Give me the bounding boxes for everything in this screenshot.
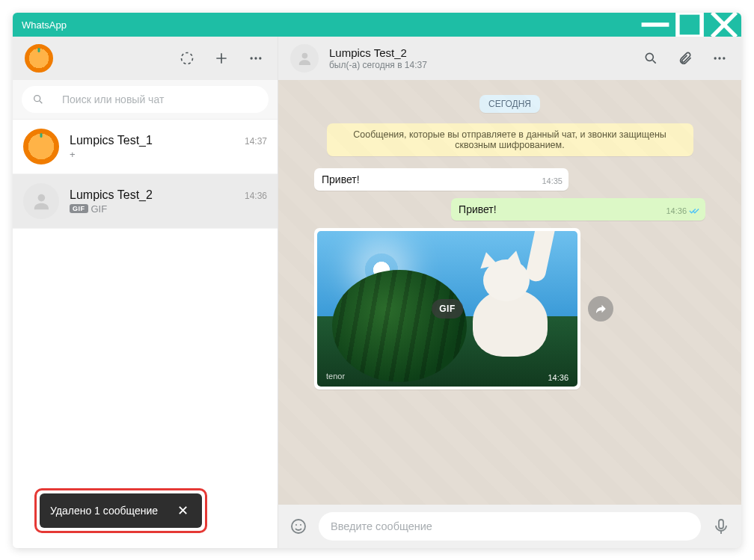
svg-point-9 <box>259 57 261 59</box>
emoji-icon[interactable] <box>289 517 308 536</box>
chat-item[interactable]: Lumpics Test_2 14:36 GIF GIF <box>13 174 278 229</box>
svg-point-13 <box>301 52 307 58</box>
contact-avatar[interactable] <box>290 44 319 73</box>
sidebar-header <box>13 37 278 80</box>
gif-watermelon <box>332 270 467 382</box>
chat-time: 14:37 <box>245 136 267 147</box>
svg-point-10 <box>34 96 40 102</box>
mic-icon[interactable] <box>711 517 731 536</box>
gif-chip: GIF <box>432 299 463 319</box>
self-avatar[interactable] <box>25 44 53 73</box>
titlebar: WhatsApp <box>13 13 741 37</box>
sidebar: Lumpics Test_1 14:37 + Lumpics Test_2 14… <box>13 37 278 548</box>
message-input-wrap[interactable] <box>319 512 701 541</box>
new-chat-icon[interactable] <box>212 49 231 68</box>
chat-name: Lumpics Test_2 <box>70 188 153 202</box>
svg-point-7 <box>251 57 253 59</box>
contact-title-block[interactable]: Lumpics Test_2 был(-а) сегодня в 14:37 <box>329 46 427 70</box>
search-in-chat-icon[interactable] <box>641 49 660 68</box>
minimize-button[interactable] <box>638 13 672 37</box>
message-out[interactable]: Привет! 14:36 <box>451 198 705 221</box>
app-body: Lumpics Test_1 14:37 + Lumpics Test_2 14… <box>13 37 741 548</box>
contact-name: Lumpics Test_2 <box>329 46 427 59</box>
svg-point-14 <box>646 53 653 61</box>
chat-menu-icon[interactable] <box>710 49 729 68</box>
composer <box>278 505 741 548</box>
message-in[interactable]: Привет! 14:35 <box>314 168 568 191</box>
toast-close-icon[interactable]: ✕ <box>174 502 191 519</box>
chat-list[interactable]: Lumpics Test_1 14:37 + Lumpics Test_2 14… <box>13 120 278 548</box>
message-gif-wrapper: GIF tenor 14:36 <box>314 228 580 390</box>
message-time: 14:36 <box>666 206 699 216</box>
toast: Удалено 1 сообщение ✕ <box>40 493 202 528</box>
chat-avatar <box>23 129 59 164</box>
message-input[interactable] <box>331 520 689 532</box>
svg-point-16 <box>714 57 717 59</box>
search-box[interactable] <box>22 86 269 113</box>
chat-preview: + <box>70 149 267 160</box>
message-time: 14:35 <box>542 176 563 186</box>
chat-name: Lumpics Test_1 <box>70 134 153 147</box>
window-controls <box>638 13 741 37</box>
chat-avatar <box>23 183 59 219</box>
svg-point-21 <box>300 524 301 526</box>
chat-item[interactable]: Lumpics Test_1 14:37 + <box>13 120 278 174</box>
message-gif[interactable]: GIF tenor 14:36 <box>314 228 580 390</box>
contact-status: был(-а) сегодня в 14:37 <box>329 60 427 70</box>
gif-badge-icon: GIF <box>70 204 88 213</box>
read-checks-icon <box>689 207 699 215</box>
search-row <box>13 80 278 120</box>
svg-point-18 <box>723 57 725 59</box>
svg-point-4 <box>182 53 193 64</box>
app-window: WhatsApp <box>13 13 741 548</box>
menu-icon[interactable] <box>246 49 266 68</box>
svg-line-15 <box>653 61 656 64</box>
gif-image[interactable]: GIF tenor 14:36 <box>317 231 577 387</box>
toast-border: Удалено 1 сообщение ✕ <box>34 488 207 533</box>
svg-point-17 <box>718 57 720 59</box>
chat-header: Lumpics Test_2 был(-а) сегодня в 14:37 <box>278 37 741 80</box>
gif-cat <box>458 244 555 357</box>
search-input[interactable] <box>62 93 258 105</box>
message-text: Привет! <box>322 173 360 185</box>
chat-preview-text: GIF <box>91 203 108 215</box>
status-icon[interactable] <box>177 49 197 68</box>
chat-pane: Lumpics Test_2 был(-а) сегодня в 14:37 С… <box>278 37 741 548</box>
chat-time: 14:36 <box>245 191 267 201</box>
toast-highlight: Удалено 1 сообщение ✕ <box>34 488 207 533</box>
date-chip: СЕГОДНЯ <box>479 95 540 113</box>
maximize-button[interactable] <box>672 13 707 37</box>
svg-rect-1 <box>678 13 702 37</box>
message-text: Привет! <box>459 203 497 215</box>
attach-icon[interactable] <box>675 49 695 68</box>
svg-point-20 <box>295 524 297 526</box>
toast-text: Удалено 1 сообщение <box>50 505 158 517</box>
search-icon <box>32 93 44 105</box>
chat-preview: GIF GIF <box>70 203 267 215</box>
message-time: 14:36 <box>548 373 568 382</box>
svg-point-12 <box>37 194 45 201</box>
encryption-notice: Сообщения, которые вы отправляете в данн… <box>327 123 693 156</box>
svg-point-8 <box>254 57 257 59</box>
svg-line-11 <box>40 101 42 103</box>
messages-area[interactable]: СЕГОДНЯ Сообщения, которые вы отправляет… <box>278 80 741 505</box>
app-title: WhatsApp <box>13 19 67 31</box>
message-time-text: 14:36 <box>666 206 687 216</box>
svg-rect-22 <box>719 520 723 529</box>
gif-provider: tenor <box>326 372 345 381</box>
forward-button[interactable] <box>588 296 613 321</box>
svg-point-19 <box>292 520 305 533</box>
close-button[interactable] <box>707 13 741 37</box>
